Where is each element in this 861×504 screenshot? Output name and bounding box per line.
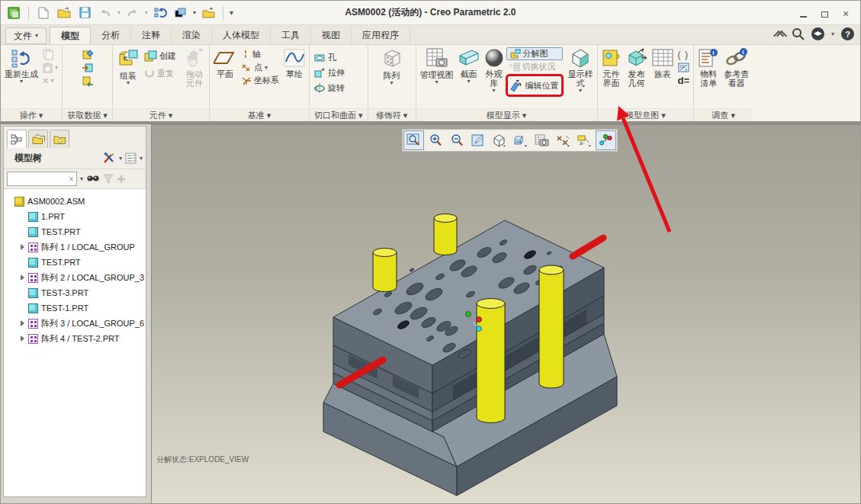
customize-quick-access-icon[interactable]: ▾ (230, 10, 233, 16)
expand-arrow-icon[interactable] (21, 274, 24, 281)
tab-file[interactable]: 文件▾ (5, 27, 47, 44)
zoom-fit-button[interactable] (403, 130, 424, 150)
tab-annotate[interactable]: 注释 (131, 27, 172, 44)
assemble-button[interactable]: 组装 ▾ (114, 47, 142, 88)
tree-item[interactable]: 阵列 3 / LOCAL_GROUP_6 (4, 316, 146, 331)
group-label-model-intent[interactable]: 模型意图 ▾ (598, 108, 694, 121)
tab-model[interactable]: 模型 (50, 27, 91, 44)
folder-browser-tab[interactable] (28, 130, 48, 148)
expand-arrow-icon[interactable] (21, 244, 24, 250)
annotation-display-button[interactable]: z̶ (574, 130, 595, 150)
reference-viewer-button[interactable]: i 参考查 看器 (721, 47, 751, 89)
tree-item[interactable]: TEST-3.PRT (4, 285, 146, 300)
csys-button[interactable]: 坐标系 (239, 74, 281, 87)
help-icon[interactable]: ? (841, 27, 854, 40)
expand-arrow-icon[interactable] (21, 320, 24, 326)
repeat-button[interactable]: 重复 (142, 67, 178, 80)
tree-item[interactable]: TEST-1.PRT (4, 300, 146, 316)
redo-dropdown-icon[interactable]: ▾ (145, 10, 148, 16)
tree-settings-dropdown-icon[interactable]: ▾ (140, 156, 143, 162)
undo-dropdown-icon[interactable]: ▾ (117, 10, 120, 16)
open-file-icon[interactable] (56, 5, 72, 21)
tree-item[interactable]: 阵列 4 / TEST-2.PRT (4, 331, 146, 346)
regenerate-quick-icon[interactable] (152, 5, 169, 21)
undo-icon[interactable] (97, 5, 114, 21)
search-icon[interactable] (792, 27, 805, 40)
group-label-investigate[interactable]: 调查 ▾ (694, 108, 753, 121)
udf-library-button[interactable] (79, 48, 96, 61)
tree-tools-icon[interactable] (103, 152, 116, 164)
tree-settings-icon[interactable] (125, 152, 137, 164)
group-label-modifiers[interactable]: 修饰符 ▾ (368, 108, 416, 121)
relations-button[interactable]: d= (676, 74, 692, 87)
add-filter-icon[interactable] (117, 175, 126, 184)
hole-button[interactable]: 孔 (311, 50, 347, 65)
revolve-button[interactable]: 旋转 (311, 80, 347, 95)
toggle-status-button[interactable]: 切换状况 (506, 60, 563, 73)
learning-dropdown-icon[interactable]: ▾ (831, 31, 834, 37)
pattern-button[interactable]: 阵列 ▾ (379, 47, 405, 88)
component-interface-button[interactable]: 元件 界面 (599, 47, 624, 89)
windows-icon[interactable] (172, 5, 189, 21)
tree-tools-dropdown-icon[interactable]: ▾ (119, 156, 122, 162)
point-button[interactable]: 点▾ (239, 61, 281, 74)
spin-center-button[interactable] (596, 130, 616, 150)
group-label-operations[interactable]: 操作 ▾ (1, 108, 62, 121)
clear-search-icon[interactable]: × (69, 174, 74, 185)
save-icon[interactable] (76, 5, 93, 21)
tree-item[interactable]: 1.PRT (4, 209, 146, 224)
family-table-button[interactable]: 族表 (650, 47, 676, 80)
tree-item[interactable]: TEST.PRT (4, 255, 146, 270)
sketch-button[interactable]: 草绘 (281, 47, 307, 80)
tree-item[interactable]: 阵列 2 / LOCAL_GROUP_3 (4, 270, 146, 285)
zoom-out-button[interactable] (446, 130, 467, 150)
manage-views-button[interactable]: 管理视图 ▾ (418, 47, 456, 87)
tab-render[interactable]: 渲染 (172, 27, 212, 44)
get-data-button[interactable] (79, 74, 96, 87)
create-component-button[interactable]: 创建 (142, 50, 178, 63)
regenerate-button[interactable]: 重新生成 ▾ (2, 47, 40, 86)
expand-arrow-icon[interactable] (21, 335, 24, 342)
minimize-button[interactable] (798, 8, 808, 18)
tab-view[interactable]: 视图 (311, 27, 352, 44)
close-window-icon[interactable] (200, 5, 217, 21)
delete-button[interactable]: ×▾ (40, 74, 60, 87)
saved-orientations-button[interactable]: AB (510, 130, 531, 150)
drag-component-button[interactable]: 拖动 元件 (182, 47, 207, 89)
plane-button[interactable]: 平面 (211, 47, 239, 80)
group-label-cut-surface[interactable]: 切口和曲面 ▾ (310, 108, 368, 121)
graphics-viewport[interactable]: AB z̶ 分解状态:EXPLODE_VIEW (151, 124, 860, 503)
group-label-model-display[interactable]: 模型显示 ▾ (416, 108, 597, 121)
explode-view-button[interactable]: 分解图 (506, 47, 563, 60)
display-style-button[interactable]: 显示样 式▾ (566, 47, 596, 95)
tab-analysis[interactable]: 分析 (91, 27, 131, 44)
import-component-button[interactable] (79, 61, 96, 74)
restore-button[interactable] (819, 8, 830, 18)
bom-button[interactable]: i 物料 清单 (696, 47, 721, 89)
display-style-quick-button[interactable] (489, 130, 509, 150)
view-manager-button[interactable] (532, 130, 552, 150)
search-dropdown-icon[interactable]: ▾ (80, 176, 83, 182)
model-tree-tab[interactable] (7, 130, 27, 148)
tab-manikin[interactable]: 人体模型 (212, 27, 271, 44)
appearance-gallery-button[interactable]: 外观 库▾ (482, 47, 506, 95)
group-label-datum[interactable]: 基准 ▾ (210, 108, 309, 121)
axis-button[interactable]: 轴 (239, 48, 281, 61)
tree-item[interactable]: TEST.PRT (4, 224, 146, 239)
favorites-tab[interactable] (50, 130, 69, 148)
tree-search-input[interactable]: × (7, 172, 77, 186)
windows-dropdown-icon[interactable]: ▾ (193, 10, 196, 16)
section-button[interactable]: 截面 ▾ (456, 47, 482, 86)
edit-position-button[interactable]: 编辑位置 (508, 76, 561, 95)
publish-geometry-button[interactable]: 发布 几何 (624, 47, 650, 89)
new-file-icon[interactable] (35, 5, 52, 21)
repaint-button[interactable] (467, 130, 488, 150)
tree-item[interactable]: 阵列 1 / LOCAL_GROUP (4, 239, 146, 255)
datum-display-button[interactable] (553, 130, 573, 150)
tab-applications[interactable]: 应用程序 (352, 27, 410, 44)
parameters-button[interactable]: ( ) (676, 48, 692, 61)
extrude-button[interactable]: 拉伸 (311, 65, 347, 80)
redo-icon[interactable] (124, 5, 141, 21)
tab-tools[interactable]: 工具 (271, 27, 311, 44)
zoom-in-button[interactable] (425, 130, 445, 150)
